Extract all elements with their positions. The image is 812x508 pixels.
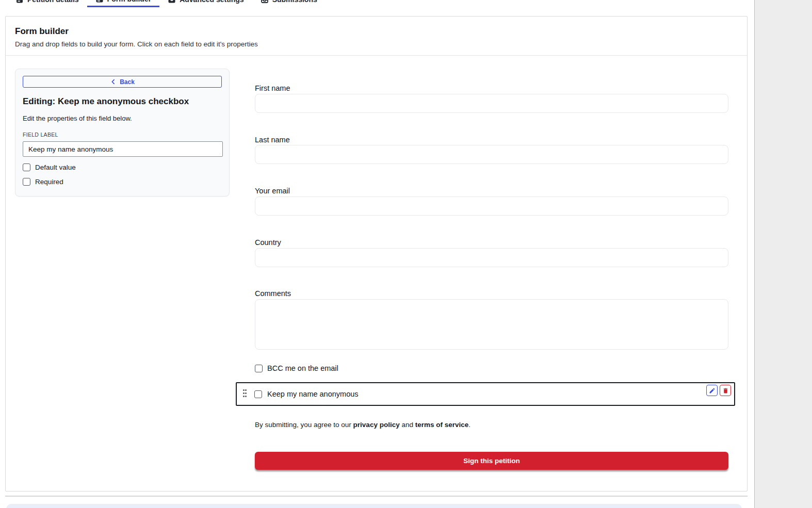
section-divider (5, 496, 748, 497)
required-checkbox[interactable] (23, 178, 30, 186)
chevron-left-icon (110, 78, 117, 85)
first-name-input[interactable] (255, 94, 728, 113)
consent-text: By submitting, you agree to our privacy … (255, 421, 470, 429)
default-value-label: Default value (35, 163, 76, 171)
row-actions (706, 385, 731, 396)
page-gutter (754, 0, 812, 508)
privacy-policy-link[interactable]: privacy policy (353, 421, 400, 429)
anonymous-checkbox[interactable] (254, 390, 262, 398)
default-value-row: Default value (23, 163, 222, 171)
field-label-input[interactable] (23, 141, 223, 157)
edit-field-button[interactable] (706, 385, 718, 396)
country-label: Country (255, 238, 281, 247)
required-row: Required (23, 178, 222, 186)
next-section-banner (6, 504, 742, 508)
back-button[interactable]: Back (23, 76, 222, 88)
pencil-icon (709, 387, 716, 394)
selected-field-row[interactable]: Keep my name anonymous (236, 382, 735, 406)
email-label: Your email (255, 187, 290, 195)
drag-handle-icon[interactable] (243, 389, 248, 399)
last-name-label: Last name (255, 136, 290, 144)
bcc-checkbox[interactable] (255, 365, 263, 372)
field-editor-panel: Back Editing: Keep me anonymous checkbox… (15, 69, 230, 196)
bcc-label: BCC me on the email (267, 364, 338, 372)
tab-label: Submissions (272, 0, 317, 4)
comments-label: Comments (255, 289, 291, 298)
sign-petition-button[interactable]: Sign this petition (255, 452, 728, 470)
tab-label: Petition details (27, 0, 79, 4)
anonymous-label: Keep my name anonymous (267, 390, 359, 398)
last-name-input[interactable] (255, 145, 728, 164)
tab-label: Advanced settings (180, 0, 243, 4)
default-value-checkbox[interactable] (23, 163, 30, 171)
submissions-icon (261, 0, 269, 4)
advanced-settings-icon (168, 0, 176, 4)
tab-advanced-settings[interactable]: Advanced settings (159, 0, 252, 7)
form-builder-icon (95, 0, 104, 3)
tab-petition-details[interactable]: Petition details (7, 0, 87, 7)
page-subtitle: Drag and drop fields to build your form.… (15, 40, 738, 48)
back-label: Back (120, 78, 135, 86)
page-title: Form builder (15, 26, 738, 37)
petition-details-icon (15, 0, 24, 4)
tab-bar: Petition details Form builder Advanced s… (7, 0, 326, 7)
terms-of-service-link[interactable]: terms of service (415, 421, 469, 429)
editor-title: Editing: Keep me anonymous checkbox (23, 96, 222, 107)
delete-field-button[interactable] (720, 385, 731, 396)
required-label: Required (35, 178, 63, 186)
country-input[interactable] (255, 248, 728, 267)
consent-suffix: . (468, 421, 470, 429)
trash-icon (722, 387, 729, 394)
email-input[interactable] (255, 196, 728, 216)
first-name-label: First name (255, 84, 290, 92)
bcc-row: BCC me on the email (255, 364, 338, 372)
editor-description: Edit the properties of this field below. (23, 114, 222, 122)
card-header: Form builder Drag and drop fields to bui… (6, 17, 747, 56)
consent-prefix: By submitting, you agree to our (255, 421, 353, 429)
field-label-caption: FIELD LABEL (23, 132, 222, 138)
tab-form-builder[interactable]: Form builder (87, 0, 160, 7)
comments-textarea[interactable] (255, 299, 728, 350)
tab-label: Form builder (107, 0, 152, 3)
tab-submissions[interactable]: Submissions (252, 0, 326, 7)
consent-middle: and (400, 421, 415, 429)
